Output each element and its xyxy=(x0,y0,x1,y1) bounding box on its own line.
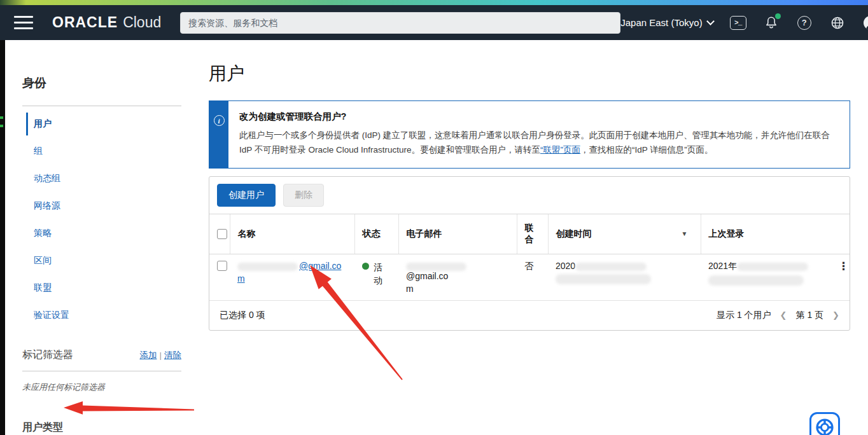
lifebuoy-icon xyxy=(815,417,835,435)
support-float-button[interactable] xyxy=(809,412,840,435)
user-status-cell: 活动 xyxy=(354,254,398,300)
user-created-cell: 2020 xyxy=(548,254,701,300)
user-table-row[interactable]: @gmail.com 活动 @gmail.com 否 2020 2021年 xyxy=(209,254,850,300)
info-icon: i xyxy=(214,115,225,126)
row-overflow-menu-icon[interactable]: ⋮ xyxy=(838,260,849,272)
sidebar-item-groups[interactable]: 组 xyxy=(26,140,196,163)
column-header-status[interactable]: 状态 xyxy=(354,214,398,254)
edge-artifact xyxy=(0,116,3,119)
sidebar-item-policies[interactable]: 策略 xyxy=(26,222,196,245)
sidebar-item-dynamic-groups[interactable]: 动态组 xyxy=(26,167,196,190)
user-name-cell: @gmail.com xyxy=(230,254,354,300)
left-edge-strip xyxy=(0,40,5,435)
page-indicator: 第 1 页 xyxy=(796,310,824,321)
create-user-button[interactable]: 创建用户 xyxy=(217,184,276,207)
users-table-card: 创建用户 删除 名称 状态 电子邮件 联合 创建时间▼ 上次登录 xyxy=(209,176,850,331)
tag-filter-title: 标记筛选器 xyxy=(22,349,73,362)
selected-count-text: 已选择 0 项 xyxy=(220,310,265,321)
column-header-name[interactable]: 名称 xyxy=(230,214,354,254)
redacted-text xyxy=(575,263,647,271)
notification-badge xyxy=(775,13,781,19)
search-container xyxy=(180,12,620,34)
sidebar-item-compartments[interactable]: 区间 xyxy=(26,249,196,272)
divider xyxy=(22,106,181,106)
hamburger-menu-icon[interactable] xyxy=(14,16,33,29)
topbar-right-controls: Japan East (Tokyo) >_ ? xyxy=(620,15,868,31)
table-footer: 已选择 0 项 显示 1 个用户 ❮ 第 1 页 ❯ xyxy=(209,301,850,330)
row-actions-cell: ⋮ xyxy=(830,254,850,300)
tag-filter-add-link[interactable]: 添加 xyxy=(139,350,157,360)
delete-button[interactable]: 删除 xyxy=(283,184,324,207)
showing-count-text: 显示 1 个用户 xyxy=(717,310,771,321)
redacted-text xyxy=(406,263,466,271)
banner-text-before: 此租户与一个或多个身份提供者 (IdP) 建立了联盟，这意味着用户通常以联合用户… xyxy=(239,130,830,155)
top-navigation-bar: ORACLE Cloud Japan East (Tokyo) >_ ? xyxy=(0,5,868,40)
users-main-content: 用户 i 改为创建或管理联合用户? 此租户与一个或多个身份提供者 (IdP) 建… xyxy=(209,40,850,435)
banner-text-after: ，查找相应的“IdP 详细信息”页面。 xyxy=(580,145,713,155)
select-all-header xyxy=(209,214,230,254)
avatar-icon xyxy=(862,15,868,31)
banner-text: 此租户与一个或多个身份提供者 (IdP) 建立了联盟，这意味着用户通常以联合用户… xyxy=(239,128,838,158)
chevron-down-icon xyxy=(706,17,715,25)
column-header-federated[interactable]: 联合 xyxy=(517,214,548,254)
sidebar-item-users[interactable]: 用户 xyxy=(26,113,196,135)
tag-filter-header: 标记筛选器 添加|清除 xyxy=(22,349,196,362)
banner-accent-bar: i xyxy=(209,101,228,168)
region-label: Japan East (Tokyo) xyxy=(620,17,702,28)
select-all-checkbox[interactable] xyxy=(217,229,227,239)
edge-artifact xyxy=(0,125,3,127)
user-avatar[interactable] xyxy=(862,15,868,31)
status-label: 活动 xyxy=(374,261,384,287)
redacted-text xyxy=(237,263,298,271)
search-input[interactable] xyxy=(180,12,620,34)
redacted-text xyxy=(556,274,651,284)
desktop-edge-gradient xyxy=(0,0,868,5)
language-globe-icon[interactable] xyxy=(829,15,846,31)
logo-cloud-text: Cloud xyxy=(123,14,161,31)
user-last-login-cell: 2021年 xyxy=(701,254,830,300)
pagination: 显示 1 个用户 ❮ 第 1 页 ❯ xyxy=(717,310,839,321)
cloud-shell-icon[interactable]: >_ xyxy=(730,15,746,31)
column-header-last-login[interactable]: 上次登录 xyxy=(701,214,850,254)
row-select-cell xyxy=(209,254,230,300)
table-header-row: 名称 状态 电子邮件 联合 创建时间▼ 上次登录 xyxy=(209,214,850,254)
banner-body: 改为创建或管理联合用户? 此租户与一个或多个身份提供者 (IdP) 建立了联盟，… xyxy=(228,101,850,168)
identity-sidebar: 身份 用户 组 动态组 网络源 策略 区间 联盟 验证设置 标记筛选器 添加|清… xyxy=(5,40,196,435)
identity-nav: 用户 组 动态组 网络源 策略 区间 联盟 验证设置 xyxy=(22,113,196,327)
region-selector[interactable]: Japan East (Tokyo) xyxy=(620,17,713,28)
tag-filter-clear-link[interactable]: 清除 xyxy=(164,350,181,360)
page-prev-icon[interactable]: ❮ xyxy=(780,310,787,320)
redacted-text xyxy=(737,263,808,271)
sidebar-item-federation[interactable]: 联盟 xyxy=(26,277,196,300)
status-active-dot xyxy=(362,263,369,270)
globe-icon xyxy=(830,15,845,31)
notifications-bell-icon[interactable] xyxy=(763,15,780,31)
column-header-email[interactable]: 电子邮件 xyxy=(398,214,517,254)
federation-page-link[interactable]: “联盟”页面 xyxy=(540,145,580,155)
logo-oracle-text: ORACLE xyxy=(52,14,118,31)
sort-desc-icon[interactable]: ▼ xyxy=(682,230,688,237)
oracle-cloud-logo[interactable]: ORACLE Cloud xyxy=(52,14,161,31)
table-toolbar: 创建用户 删除 xyxy=(209,177,850,214)
redacted-text xyxy=(708,275,804,286)
help-icon[interactable]: ? xyxy=(796,15,813,31)
users-table: 名称 状态 电子邮件 联合 创建时间▼ 上次登录 @gmail.com xyxy=(209,214,850,301)
page-title: 用户 xyxy=(209,62,850,86)
tag-filter-actions: 添加|清除 xyxy=(139,350,181,361)
banner-title: 改为创建或管理联合用户? xyxy=(239,111,838,123)
tag-filter-empty-text: 未应用任何标记筛选器 xyxy=(22,382,196,393)
user-federated-cell: 否 xyxy=(517,254,548,300)
sidebar-section-title: 身份 xyxy=(22,75,196,92)
link-separator: | xyxy=(159,350,162,360)
row-checkbox[interactable] xyxy=(217,261,227,271)
divider xyxy=(22,371,181,371)
sidebar-item-authentication-settings[interactable]: 验证设置 xyxy=(26,304,196,327)
user-email-cell: @gmail.com xyxy=(398,254,517,300)
federation-info-banner: i 改为创建或管理联合用户? 此租户与一个或多个身份提供者 (IdP) 建立了联… xyxy=(209,100,850,169)
user-name-link[interactable]: @gmail.com xyxy=(237,261,347,284)
column-header-created[interactable]: 创建时间▼ xyxy=(548,214,701,254)
page-next-icon[interactable]: ❯ xyxy=(832,310,839,320)
user-type-title: 用户类型 xyxy=(22,421,196,434)
sidebar-item-network-sources[interactable]: 网络源 xyxy=(26,195,196,218)
